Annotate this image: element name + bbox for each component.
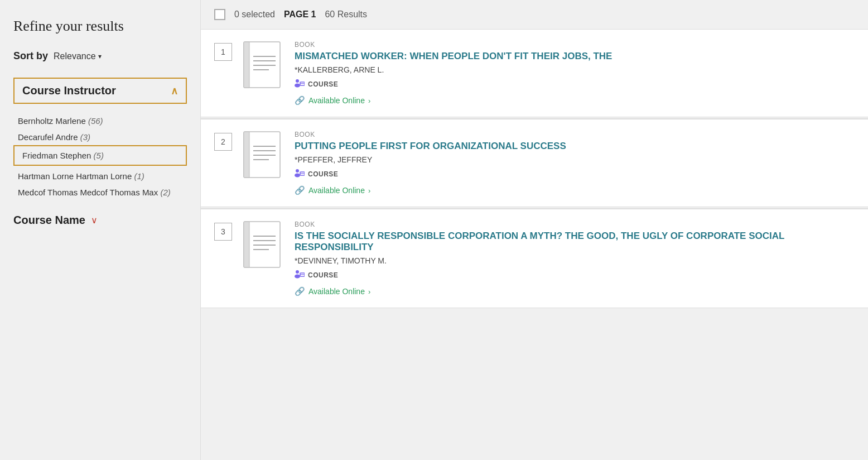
course-person-icon-1 (295, 79, 305, 90)
sidebar-title: Refine your results (13, 18, 187, 35)
result-title-1[interactable]: MISMATCHED WORKER: WHEN PEOPLE DON'T FIT… (295, 51, 855, 62)
filter-name: Bernholtz Marlene (18, 116, 88, 126)
book-thumbnail-1 (241, 41, 286, 91)
sidebar: Refine your results Sort by Relevance ▾ … (0, 0, 201, 460)
result-card-2: 2 BOOK PUTTING PEOPLE FIRST FOR ORGANIZA… (201, 119, 868, 207)
result-course-tag-1: COURSE (295, 79, 855, 90)
result-type-2: BOOK (295, 131, 855, 138)
book-thumbnail-2 (241, 131, 286, 181)
svg-point-27 (295, 275, 300, 279)
link-icon-3: 🔗 (295, 286, 305, 296)
filter-count: (1) (134, 171, 144, 181)
sort-chevron-icon: ▾ (98, 52, 102, 60)
filter-item-hartman[interactable]: Hartman Lorne Hartman Lorne (1) (13, 168, 187, 184)
link-icon-1: 🔗 (295, 95, 305, 106)
arrow-icon-3: › (368, 288, 370, 296)
top-bar: 0 selected PAGE 1 60 Results (201, 0, 868, 29)
filter-name: Friedman Stephen (22, 151, 94, 160)
course-name-title: Course Name (13, 214, 85, 227)
course-label-3: COURSE (308, 271, 338, 279)
result-title-3[interactable]: IS THE SOCIALLY RESPONSIBLE CORPORATION … (295, 231, 855, 253)
course-person-icon-3 (295, 270, 305, 281)
available-online-link-3[interactable]: 🔗 Available Online › (295, 286, 855, 296)
course-name-section: Course Name ∨ (13, 214, 187, 227)
available-online-text-2: Available Online (308, 186, 365, 195)
svg-point-17 (295, 174, 300, 178)
result-info-1: BOOK MISMATCHED WORKER: WHEN PEOPLE DON'… (295, 41, 855, 106)
book-thumbnail-3 (241, 221, 286, 271)
result-title-2[interactable]: PUTTING PEOPLE FIRST FOR ORGANIZATIONAL … (295, 141, 855, 152)
available-online-text-1: Available Online (308, 96, 365, 105)
filter-count: (5) (94, 151, 104, 160)
course-label-2: COURSE (308, 170, 338, 178)
filter-count: (2) (160, 188, 170, 197)
filter-item-decarufel[interactable]: Decarufel Andre (3) (13, 129, 187, 145)
filter-count: (56) (88, 116, 103, 126)
filter-name: Medcof Thomas Medcof Thomas Max (18, 188, 160, 197)
result-author-1: *KALLERBERG, ARNE L. (295, 65, 855, 74)
result-number-2: 2 (214, 133, 232, 151)
result-info-2: BOOK PUTTING PEOPLE FIRST FOR ORGANIZATI… (295, 131, 855, 195)
course-instructor-title: Course Instructor (22, 84, 116, 97)
svg-rect-1 (244, 42, 249, 88)
svg-rect-21 (244, 222, 249, 267)
results-list: 1 BOOK MISMATCHED WORKER: WHEN PEOPLE DO… (201, 29, 868, 309)
result-card-3: 3 BOOK IS THE SOCIALLY RESPONSIBLE CORPO… (201, 209, 868, 308)
filter-item-medcof[interactable]: Medcof Thomas Medcof Thomas Max (2) (13, 184, 187, 200)
result-number-3: 3 (214, 223, 232, 241)
svg-point-16 (296, 169, 299, 172)
link-icon-2: 🔗 (295, 185, 305, 195)
svg-point-26 (296, 270, 299, 274)
result-type-3: BOOK (295, 221, 855, 228)
available-online-text-3: Available Online (308, 287, 365, 296)
sort-select[interactable]: Relevance ▾ (54, 51, 102, 61)
course-name-chevron-icon: ∨ (91, 215, 98, 226)
sort-row: Sort by Relevance ▾ (13, 50, 187, 62)
result-author-2: *PFEFFER, JEFFREY (295, 155, 855, 164)
filter-name: Hartman Lorne Hartman Lorne (18, 171, 134, 181)
select-all-checkbox[interactable] (214, 9, 225, 20)
course-instructor-section: Course Instructor ∧ Bernholtz Marlene (5… (13, 78, 187, 200)
results-count: 60 Results (325, 9, 367, 20)
svg-point-7 (295, 84, 300, 88)
arrow-icon-2: › (368, 186, 370, 195)
course-label-1: COURSE (308, 80, 338, 88)
available-online-link-1[interactable]: 🔗 Available Online › (295, 95, 855, 106)
filter-count: (3) (80, 132, 90, 142)
svg-rect-11 (244, 132, 249, 178)
course-instructor-header[interactable]: Course Instructor ∧ (13, 78, 187, 104)
course-instructor-toggle-icon: ∧ (171, 85, 178, 97)
selected-count: 0 selected (234, 9, 275, 20)
main-content: 0 selected PAGE 1 60 Results 1 BOOK MISM… (201, 0, 868, 460)
course-person-icon-2 (295, 169, 305, 180)
result-info-3: BOOK IS THE SOCIALLY RESPONSIBLE CORPORA… (295, 221, 855, 296)
filter-item-friedman[interactable]: Friedman Stephen (5) (13, 145, 187, 166)
arrow-icon-1: › (368, 97, 370, 105)
result-author-3: *DEVINNEY, TIMOTHY M. (295, 256, 855, 265)
available-online-link-2[interactable]: 🔗 Available Online › (295, 185, 855, 195)
sort-value: Relevance (54, 51, 96, 61)
result-type-1: BOOK (295, 41, 855, 49)
sort-label: Sort by (13, 50, 48, 62)
result-number-1: 1 (214, 43, 232, 61)
result-course-tag-2: COURSE (295, 169, 855, 180)
course-name-header[interactable]: Course Name ∨ (13, 214, 187, 227)
filter-name: Decarufel Andre (18, 132, 80, 142)
svg-point-6 (296, 79, 299, 83)
page-info: PAGE 1 (284, 9, 316, 20)
result-card-1: 1 BOOK MISMATCHED WORKER: WHEN PEOPLE DO… (201, 29, 868, 117)
result-course-tag-3: COURSE (295, 270, 855, 281)
filter-item-bernholtz[interactable]: Bernholtz Marlene (56) (13, 113, 187, 129)
